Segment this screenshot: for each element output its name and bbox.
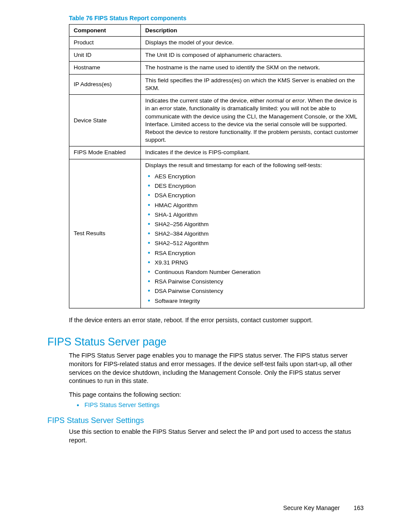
table-row: Unit ID The Unit ID is composed of alpha… xyxy=(69,49,364,62)
table-row: Hostname The hostname is the name used t… xyxy=(69,62,364,74)
selftest-intro: Displays the result and timestamp for ea… xyxy=(145,162,360,169)
cell-description: This field specifies the IP address(es) … xyxy=(141,74,364,94)
body-paragraph: Use this section to enable the FIPS Stat… xyxy=(69,428,364,445)
list-item: AES Encryption xyxy=(155,172,360,181)
table-row: Product Displays the model of your devic… xyxy=(69,37,364,49)
page-footer: Secure Key Manager 163 xyxy=(283,504,364,511)
table-row: FIPS Mode Enabled Indicates if the devic… xyxy=(69,146,364,159)
link-fips-status-server-settings[interactable]: FIPS Status Server Settings xyxy=(84,401,159,408)
list-item: SHA2–256 Algorithm xyxy=(155,220,360,229)
list-item: HMAC Algorithm xyxy=(155,201,360,210)
cell-component: Unit ID xyxy=(69,49,141,62)
table-row: Device State Indicates the current state… xyxy=(69,95,364,146)
section-heading-fips-status-server-page: FIPS Status Server page xyxy=(47,336,364,348)
list-item: DSA Pairwise Consistency xyxy=(155,286,360,296)
list-item: SHA2–384 Algorithm xyxy=(155,229,360,239)
fips-status-report-table: Component Description Product Displays t… xyxy=(69,24,364,308)
cell-description: The hostname is the name used to identif… xyxy=(141,62,364,74)
list-item: DSA Encryption xyxy=(155,191,360,200)
footer-doc-title: Secure Key Manager xyxy=(283,504,340,511)
list-item: RSA Pairwise Consistency xyxy=(155,277,360,286)
list-item: SHA-1 Algorithm xyxy=(155,210,360,220)
cell-description: Indicates the current state of the devic… xyxy=(141,95,364,146)
cell-component: FIPS Mode Enabled xyxy=(69,146,141,159)
cell-component: Test Results xyxy=(69,159,141,308)
list-item: Software Integrity xyxy=(155,296,360,306)
list-item: RSA Encryption xyxy=(155,249,360,258)
table-row: Test Results Displays the result and tim… xyxy=(69,159,364,308)
table-row: IP Address(es) This field specifies the … xyxy=(69,74,364,94)
table-header-description: Description xyxy=(141,25,364,37)
selftest-list: AES Encryption DES Encryption DSA Encryp… xyxy=(145,172,360,306)
list-item: SHA2–512 Algorithm xyxy=(155,239,360,248)
cell-component: Product xyxy=(69,37,141,49)
cell-description: The Unit ID is composed of alphanumeric … xyxy=(141,49,364,62)
body-paragraph: If the device enters an error state, reb… xyxy=(69,316,364,325)
cell-component: IP Address(es) xyxy=(69,74,141,94)
list-item: FIPS Status Server Settings xyxy=(77,401,364,408)
table-header-component: Component xyxy=(69,25,141,37)
cell-component: Device State xyxy=(69,95,141,146)
cell-description: Displays the result and timestamp for ea… xyxy=(141,159,364,308)
body-paragraph: The FIPS Status Server page enables you … xyxy=(69,352,364,385)
cell-component: Hostname xyxy=(69,62,141,74)
list-item: DES Encryption xyxy=(155,181,360,191)
cell-description: Indicates if the device is FIPS-complian… xyxy=(141,146,364,159)
section-link-list: FIPS Status Server Settings xyxy=(77,401,364,408)
cell-description: Displays the model of your device. xyxy=(141,37,364,49)
list-item: Continuous Random Number Generation xyxy=(155,268,360,277)
section-heading-fips-status-server-settings: FIPS Status Server Settings xyxy=(47,416,364,425)
footer-page-number: 163 xyxy=(354,504,364,511)
table-caption: Table 76 FIPS Status Report components xyxy=(69,15,364,22)
body-paragraph: This page contains the following section… xyxy=(69,391,364,399)
list-item: X9.31 PRNG xyxy=(155,258,360,268)
